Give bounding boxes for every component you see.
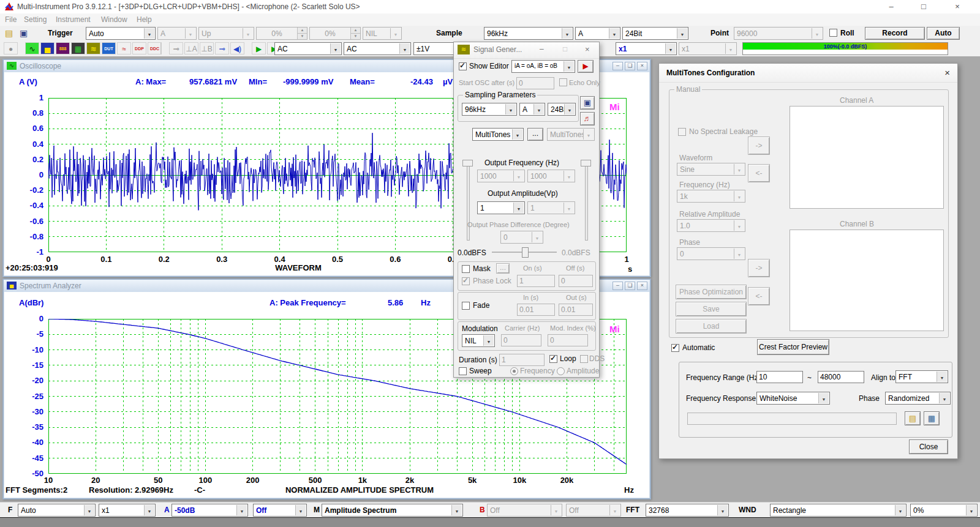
menu-file[interactable]: File xyxy=(5,15,17,24)
spectrum-3d-plot-icon[interactable]: ▦ xyxy=(71,42,85,54)
bit-depth-select[interactable]: 24Bit xyxy=(622,27,688,40)
sweep-amplitude-radio xyxy=(557,367,565,375)
routing-select[interactable]: iA = oA, iB = oB xyxy=(511,60,575,73)
fft-size-select[interactable]: 32768 xyxy=(646,504,729,517)
loop-checkbox[interactable] xyxy=(549,355,557,363)
derived-data-point-icon[interactable]: ≈ xyxy=(117,42,131,54)
coupling-b-select[interactable]: AC xyxy=(344,42,411,55)
auto-button[interactable]: Auto xyxy=(927,27,960,40)
browse-folder-button[interactable]: ▤ xyxy=(905,411,921,425)
menu-instrument[interactable]: Instrument xyxy=(56,15,91,24)
osc-channel-label: A (V) xyxy=(19,77,37,86)
spec-peak-label: A: Peak Frequency= xyxy=(270,298,346,307)
sound-probe-icon[interactable]: ⊸ xyxy=(169,42,183,54)
menu-setting[interactable]: Setting xyxy=(24,15,47,24)
tick-label: 5k xyxy=(460,476,484,485)
multimeter-icon[interactable]: 888 xyxy=(56,42,70,54)
waveform-a-select[interactable]: MultiTones xyxy=(472,128,524,141)
amplitude-slider-a[interactable] xyxy=(461,157,473,245)
frequency-min-input[interactable]: 10 xyxy=(756,371,803,383)
dbfs-right-label: 0.0dBFS xyxy=(562,249,590,257)
gen-save-button[interactable]: ▣ xyxy=(580,96,595,110)
waveform-config-button[interactable]: ... xyxy=(527,128,543,141)
maximize-icon[interactable]: □ xyxy=(910,0,938,13)
ddc-icon[interactable]: DDC xyxy=(148,42,162,54)
modulation-mode-select[interactable]: NIL xyxy=(462,334,495,347)
dds-checkbox xyxy=(580,355,588,363)
roll-checkbox[interactable] xyxy=(829,29,837,37)
automatic-checkbox[interactable] xyxy=(671,344,679,352)
trigger-marker-b-icon[interactable]: ⊥B xyxy=(200,42,214,54)
probe-a-select[interactable]: x1 xyxy=(616,42,677,55)
save-icon[interactable]: ▣ xyxy=(20,28,28,38)
frequency-response-select[interactable]: WhiteNoise xyxy=(756,392,830,405)
probe-calibration-icon[interactable]: ⊸ xyxy=(215,42,229,54)
frequency-range-label: Frequency Range (Hz) xyxy=(686,373,760,382)
close-icon[interactable]: × xyxy=(585,45,590,54)
signal-generator-titlebar[interactable]: ≋ Signal Gener... – □ × xyxy=(454,42,599,59)
close-icon[interactable]: × xyxy=(944,67,950,78)
remove-from-b-button: <- xyxy=(748,287,770,305)
spec-resolution: Resolution: 2.92969Hz xyxy=(89,485,173,495)
generator-run-button[interactable]: ▶ xyxy=(578,60,594,73)
sweep-checkbox[interactable] xyxy=(459,367,467,375)
coupling-a-select[interactable]: AC xyxy=(274,42,342,55)
phase-mode-select[interactable]: Randomized xyxy=(885,392,951,405)
oscilloscope-icon[interactable]: ∿ xyxy=(25,42,39,54)
open-icon[interactable]: ▤ xyxy=(5,28,13,38)
fade-checkbox[interactable] xyxy=(462,302,470,310)
sweep-amplitude-label: Amplitude xyxy=(567,367,599,375)
trigger-marker-a-icon[interactable]: ⊥A xyxy=(184,42,198,54)
crest-factor-preview-button[interactable]: Crest Factor Preview xyxy=(757,339,829,355)
tick-label: 0 xyxy=(39,314,43,323)
window-minimize-icon[interactable]: – xyxy=(612,62,623,70)
gen-sample-rate-select[interactable]: 96kHz xyxy=(462,103,517,116)
amplitude-a-select[interactable]: 1 xyxy=(477,201,525,214)
multitones-titlebar[interactable]: MultiTones Configuration × xyxy=(659,64,957,83)
show-editor-checkbox[interactable] xyxy=(459,62,467,70)
gen-quality-button[interactable]: ♬ xyxy=(580,112,595,125)
menu-window[interactable]: Window xyxy=(101,15,127,24)
device-test-plan-icon[interactable]: DUT xyxy=(102,42,116,54)
close-button[interactable]: Close xyxy=(909,439,948,454)
run-icon[interactable]: ▶ xyxy=(252,42,266,54)
align-to-select[interactable]: FFT xyxy=(895,370,948,383)
gen-channel-select[interactable]: A xyxy=(519,103,545,116)
overlap-select[interactable]: 0% xyxy=(910,504,978,517)
sound-device-icon[interactable]: ◀) xyxy=(230,42,244,54)
trigger-mode-select[interactable]: Auto xyxy=(86,27,156,40)
window-restore-icon[interactable]: ❏ xyxy=(625,282,635,290)
range-a-select[interactable]: -50dB xyxy=(172,504,248,517)
window-restore-icon[interactable]: ❏ xyxy=(625,62,635,70)
spectrum-analyzer-icon[interactable]: ▅ xyxy=(40,42,55,54)
window-function-select[interactable]: Rectangle xyxy=(770,504,907,517)
sweep-mode-select[interactable]: Auto xyxy=(18,504,96,517)
record-indicator-icon[interactable]: ● xyxy=(4,42,18,54)
sample-rate-select[interactable]: 96kHz xyxy=(484,27,573,40)
window-close-icon[interactable]: × xyxy=(637,62,647,70)
balance-slider[interactable] xyxy=(492,247,557,258)
signal-generator-icon[interactable]: ≋ xyxy=(86,42,100,54)
frequency-label: Frequency (Hz) xyxy=(679,181,730,189)
mask-checkbox[interactable] xyxy=(462,265,470,273)
zoom-select[interactable]: x1 xyxy=(99,504,156,517)
close-icon[interactable]: × xyxy=(943,0,971,13)
frequency-max-input[interactable]: 48000 xyxy=(818,371,864,383)
fade-out-input: 0.01 xyxy=(559,304,593,316)
window-minimize-icon[interactable]: – xyxy=(612,282,623,290)
record-button[interactable]: Record xyxy=(865,27,925,40)
menu-help[interactable]: Help xyxy=(137,15,152,24)
minimize-icon[interactable]: – xyxy=(540,45,544,53)
dds-label: DDS xyxy=(589,354,605,363)
grid-view-button[interactable]: ▦ xyxy=(924,411,940,425)
sample-channel-select[interactable]: A xyxy=(575,27,620,40)
minimize-icon[interactable]: – xyxy=(877,0,905,13)
channel-b-label: B xyxy=(480,506,485,514)
window-close-icon[interactable]: × xyxy=(637,282,647,290)
hpf-a-select[interactable]: Off xyxy=(253,504,307,517)
ddp-viewer-icon[interactable]: DDP xyxy=(132,42,146,54)
gen-bit-depth-select[interactable]: 24Bit xyxy=(548,103,576,116)
mask-on-input: 1 xyxy=(517,275,555,287)
view-mode-select[interactable]: Amplitude Spectrum xyxy=(322,504,463,517)
start-osc-label: Start OSC after (s) xyxy=(459,79,514,86)
